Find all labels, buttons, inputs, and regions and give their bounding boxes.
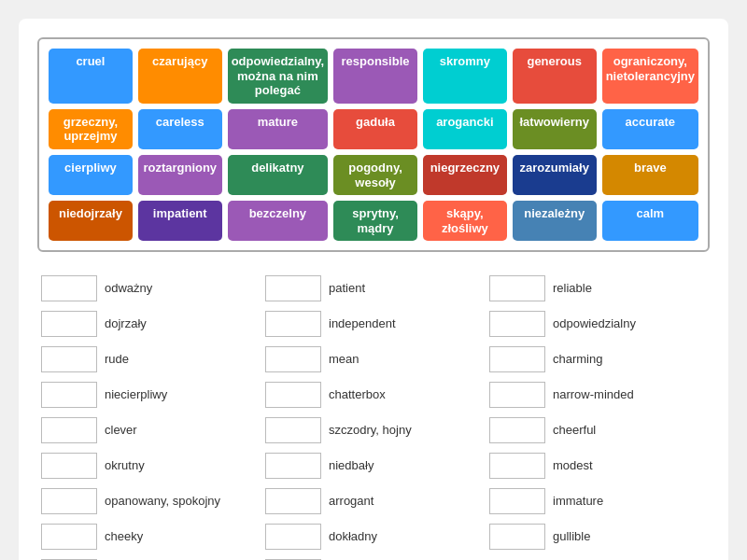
word-tile[interactable]: ograniczony, nietolerancyjny (602, 49, 698, 104)
match-row: dokładny (261, 519, 486, 554)
word-tile[interactable]: cruel (49, 49, 133, 104)
match-row: rude (37, 342, 261, 377)
match-input-box[interactable] (41, 524, 97, 550)
match-input-box[interactable] (265, 275, 321, 301)
match-row: szczodry, hojny (261, 413, 486, 448)
word-tile[interactable]: skromny (423, 49, 507, 104)
match-label: niecierpliwy (105, 387, 167, 403)
match-label: immature (553, 494, 603, 510)
match-row: patient (261, 271, 486, 306)
match-area: odważnydojrzałyrudeniecierpliwycleverokr… (37, 271, 710, 560)
match-label: mean (329, 352, 359, 368)
word-tile[interactable]: impatient (138, 201, 222, 241)
match-label: odważny (105, 281, 152, 297)
word-tile[interactable]: arogancki (423, 109, 507, 149)
word-tile[interactable]: roztargniony (138, 155, 222, 195)
match-input-box[interactable] (265, 488, 321, 514)
word-tile[interactable]: cierpliwy (49, 155, 133, 195)
match-label: reliable (553, 281, 592, 297)
match-input-box[interactable] (265, 382, 321, 408)
word-tile[interactable]: generous (513, 49, 597, 104)
word-tile[interactable]: odpowiedzialny, można na nim polegać (228, 49, 328, 104)
match-row: reliable (486, 271, 710, 306)
word-tile[interactable]: bezczelny (228, 201, 328, 241)
word-tile[interactable]: czarujący (138, 49, 222, 104)
match-input-box[interactable] (489, 382, 545, 408)
match-row: charming (486, 342, 710, 377)
word-tile[interactable]: careless (138, 109, 222, 149)
word-tile[interactable]: delikatny (228, 155, 328, 195)
match-column-3: reliableodpowiedzialnycharmingnarrow-min… (486, 271, 710, 560)
match-row: odważny (37, 271, 261, 306)
match-row: gullible (486, 519, 710, 554)
match-input-box[interactable] (265, 311, 321, 337)
word-tile[interactable]: sprytny, mądry (333, 201, 417, 241)
match-label: narrow-minded (553, 387, 634, 403)
match-input-box[interactable] (489, 417, 545, 443)
word-tile[interactable]: mature (228, 109, 328, 149)
match-row: chatterbox (261, 377, 486, 413)
match-input-box[interactable] (41, 275, 97, 301)
match-row: modest (486, 448, 710, 483)
match-row: mean (261, 342, 486, 377)
match-label: charming (553, 352, 602, 368)
word-tile[interactable]: niezależny (513, 201, 597, 241)
match-row: odpowiedzialny (486, 306, 710, 342)
match-row: narrow-minded (486, 377, 710, 413)
match-input-box[interactable] (265, 453, 321, 479)
match-input-box[interactable] (489, 311, 545, 337)
match-label: arrogant (329, 494, 374, 510)
word-tile[interactable]: niedojrzały (49, 201, 133, 241)
match-row: arrogant (261, 483, 486, 519)
match-input-box[interactable] (41, 382, 97, 408)
match-input-box[interactable] (41, 453, 97, 479)
match-input-box[interactable] (489, 524, 545, 550)
match-input-box[interactable] (489, 453, 545, 479)
match-input-box[interactable] (265, 346, 321, 372)
word-tile[interactable]: grzeczny, uprzejmy (49, 109, 133, 149)
match-row: niecierpliwy (37, 377, 261, 413)
match-label: cheerful (553, 423, 596, 439)
match-label: cheeky (105, 529, 143, 545)
match-input-box[interactable] (41, 488, 97, 514)
match-row: okrutny (37, 448, 261, 483)
match-row: niedbały (261, 448, 486, 483)
match-label: clever (105, 423, 137, 439)
match-input-box[interactable] (489, 488, 545, 514)
match-label: chatterbox (329, 387, 386, 403)
word-tile[interactable]: brave (602, 155, 698, 195)
word-tile[interactable]: skąpy, złośliwy (423, 201, 507, 241)
match-label: independent (329, 316, 396, 332)
match-input-box[interactable] (41, 417, 97, 443)
match-label: niedbały (329, 458, 374, 474)
match-label: odpowiedzialny (553, 316, 636, 332)
match-label: patient (329, 281, 365, 297)
match-label: rude (105, 352, 129, 368)
match-input-box[interactable] (489, 275, 545, 301)
match-input-box[interactable] (41, 346, 97, 372)
match-row: immature (486, 483, 710, 519)
match-input-box[interactable] (41, 311, 97, 337)
match-label: dokładny (329, 529, 377, 545)
word-tile[interactable]: calm (602, 201, 698, 241)
match-input-box[interactable] (489, 346, 545, 372)
word-tile[interactable]: accurate (602, 109, 698, 149)
match-row: absent-minded (37, 554, 261, 560)
word-tile[interactable]: gaduła (333, 109, 417, 149)
match-input-box[interactable] (265, 417, 321, 443)
match-label: gullible (553, 529, 590, 545)
word-bank: cruelczarującyodpowiedzialny, można na n… (37, 37, 710, 252)
match-label: szczodry, hojny (329, 423, 412, 439)
match-label: dojrzały (105, 316, 147, 332)
match-row: gentle (261, 554, 486, 560)
word-tile[interactable]: zarozumiały (513, 155, 597, 195)
word-tile[interactable]: responsible (333, 49, 417, 104)
word-tile[interactable]: pogodny, wesoły (333, 155, 417, 195)
main-container: cruelczarującyodpowiedzialny, można na n… (19, 19, 728, 560)
match-input-box[interactable] (265, 524, 321, 550)
match-row: clever (37, 413, 261, 448)
match-label: modest (553, 458, 593, 474)
match-label: okrutny (105, 458, 145, 474)
word-tile[interactable]: łatwowierny (513, 109, 597, 149)
word-tile[interactable]: niegrzeczny (423, 155, 507, 195)
